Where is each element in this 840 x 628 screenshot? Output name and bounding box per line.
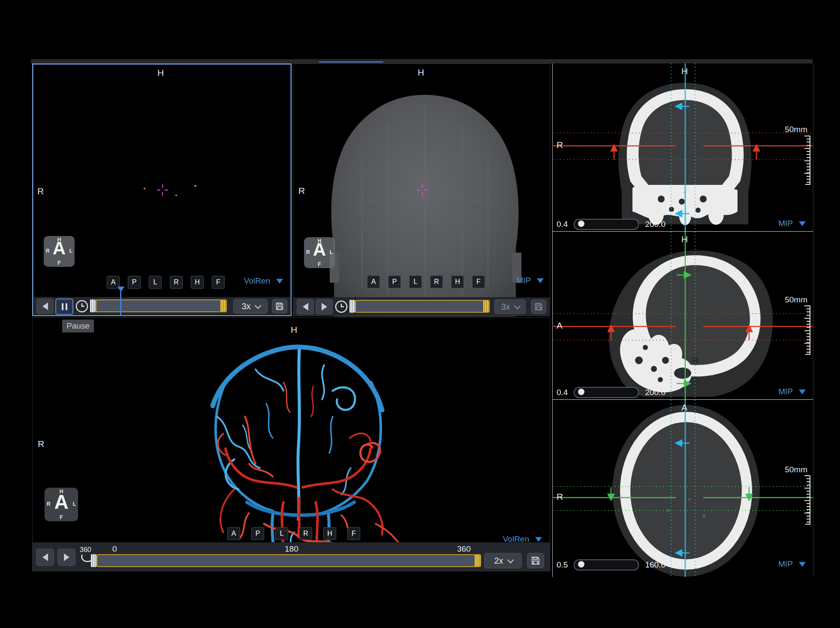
viewport-mip-front[interactable]: H R A H R L F A P L R H F MIP	[293, 63, 550, 316]
axis-button-f[interactable]: F	[347, 527, 360, 540]
left-arrow-icon	[42, 302, 48, 310]
crosshair-lines-overlay[interactable]	[553, 232, 813, 399]
orientation-cube[interactable]: A H R L F	[304, 237, 335, 268]
save-snapshot-button[interactable]	[272, 299, 287, 314]
slab-thickness-slider[interactable]	[574, 559, 639, 571]
step-back-button[interactable]	[36, 549, 54, 566]
axis-button-a[interactable]: A	[367, 275, 380, 288]
save-icon	[530, 556, 541, 566]
window-top-edge	[31, 59, 813, 63]
pause-button[interactable]	[55, 299, 73, 315]
timeline-right-handle[interactable]	[483, 301, 489, 312]
render-mode-dropdown[interactable]: MIP	[778, 219, 806, 228]
axis-button-p[interactable]: P	[128, 276, 141, 289]
cube-top-label: H	[44, 237, 75, 243]
slab-thickness-slider[interactable]	[574, 387, 639, 398]
orientation-label-top: H	[157, 68, 164, 78]
timeline-slider[interactable]	[355, 300, 490, 313]
crosshair-icon[interactable]	[417, 184, 428, 196]
render-mode-dropdown[interactable]: VolRen	[244, 276, 283, 286]
cube-right-label: L	[330, 249, 333, 255]
viewport-volren-3d[interactable]: H R A H R L F A P L R H F VolRen 360	[32, 317, 550, 571]
dropdown-triangle-icon	[276, 279, 283, 284]
slider-knob[interactable]	[578, 220, 584, 227]
save-icon	[534, 302, 543, 311]
step-back-button[interactable]	[297, 299, 314, 314]
medical-imaging-workspace: H R A H R L F A P L R H F VolRen	[0, 0, 840, 628]
slab-thickness-slider[interactable]	[574, 219, 639, 230]
scale-label: 50mm	[785, 295, 807, 305]
axis-button-l[interactable]: L	[149, 276, 162, 289]
render-mode-label: MIP	[778, 559, 793, 569]
slider-tick-360: 360	[457, 544, 471, 554]
crosshair-icon[interactable]	[157, 184, 168, 196]
save-snapshot-button[interactable]	[531, 299, 546, 314]
axis-button-r[interactable]: R	[170, 276, 183, 289]
rotation-left-grip[interactable]	[91, 554, 96, 567]
clock-icon[interactable]	[75, 299, 89, 313]
render-mode-dropdown[interactable]: MIP	[778, 559, 806, 569]
slab-max-value: 160.0	[645, 560, 665, 570]
timeline-left-grip[interactable]	[349, 300, 355, 313]
slab-min-value: 0.4	[557, 388, 568, 397]
window-top-accent	[319, 61, 383, 63]
viewport-volren-front[interactable]: H R A H R L F A P L R H F VolRen	[32, 63, 292, 316]
crosshair-lines-overlay[interactable]	[553, 63, 813, 231]
viewport-slab-coronal[interactable]: H R 50mm 0.4 200.0 MIP	[553, 63, 813, 231]
step-back-button[interactable]	[36, 299, 54, 314]
play-button[interactable]	[316, 299, 333, 314]
timeline-left-grip[interactable]	[90, 299, 96, 312]
orientation-label-left: R	[298, 186, 305, 196]
axis-button-f[interactable]: F	[212, 276, 225, 289]
orientation-cube[interactable]: A H R L F	[44, 236, 75, 267]
speed-label: 2x	[494, 556, 503, 566]
axis-button-a[interactable]: A	[227, 527, 240, 540]
clock-icon[interactable]	[334, 300, 348, 314]
cube-bottom-label: F	[304, 261, 335, 267]
slab-min-value: 0.5	[557, 560, 568, 570]
speed-dropdown[interactable]: 2x	[484, 553, 522, 568]
dropdown-triangle-icon	[799, 389, 806, 394]
axis-button-h[interactable]: H	[323, 527, 336, 540]
orientation-cube[interactable]: A H R L F	[45, 488, 78, 521]
playhead-line[interactable]	[120, 292, 121, 316]
axis-button-h[interactable]: H	[451, 275, 464, 288]
chevron-down-icon	[507, 556, 514, 563]
pause-icon	[62, 303, 67, 310]
axis-button-l[interactable]: L	[409, 275, 422, 288]
axis-button-p[interactable]: P	[251, 527, 264, 540]
play-button[interactable]	[57, 549, 75, 566]
save-snapshot-button[interactable]	[527, 553, 544, 568]
right-column: H R 50mm 0.4 200.0 MIP	[552, 63, 813, 577]
slab-min-value: 0.4	[557, 220, 568, 229]
speed-dropdown[interactable]: 3x	[233, 299, 268, 314]
viewport-slab-sagittal[interactable]: H A 50mm 0.4 200.0 MIP	[553, 232, 813, 399]
render-mode-dropdown[interactable]: MIP	[516, 276, 544, 285]
rotation-right-handle[interactable]	[475, 555, 480, 566]
cube-left-label: R	[47, 501, 51, 507]
chevron-down-icon	[254, 302, 261, 309]
axis-button-f[interactable]: F	[472, 275, 485, 288]
save-icon	[275, 302, 284, 311]
axis-button-p[interactable]: P	[388, 275, 401, 288]
axis-button-l[interactable]: L	[275, 527, 288, 540]
timeline-slider[interactable]	[96, 299, 227, 312]
axis-button-r[interactable]: R	[430, 275, 443, 288]
slab-max-value: 200.0	[645, 220, 665, 229]
speed-label: 3x	[501, 302, 510, 312]
axis-button-h[interactable]: H	[191, 276, 204, 289]
orientation-label-left: R	[557, 140, 563, 150]
rotation-slider[interactable]	[96, 554, 481, 567]
right-arrow-icon	[64, 553, 69, 561]
render-mode-dropdown[interactable]: MIP	[778, 387, 806, 396]
orientation-label-top: H	[291, 325, 297, 335]
dropdown-triangle-icon	[537, 278, 544, 283]
slider-knob[interactable]	[578, 561, 584, 568]
axis-button-r[interactable]: R	[299, 527, 312, 540]
viewport-slab-axial[interactable]: A R 50mm 0.5 160.0 MIP	[553, 400, 813, 577]
timeline-right-handle[interactable]	[220, 300, 226, 311]
chevron-down-icon	[514, 302, 521, 309]
slider-knob[interactable]	[578, 389, 584, 395]
crosshair-lines-overlay[interactable]	[553, 400, 813, 577]
speed-dropdown[interactable]: 3x	[494, 299, 526, 314]
